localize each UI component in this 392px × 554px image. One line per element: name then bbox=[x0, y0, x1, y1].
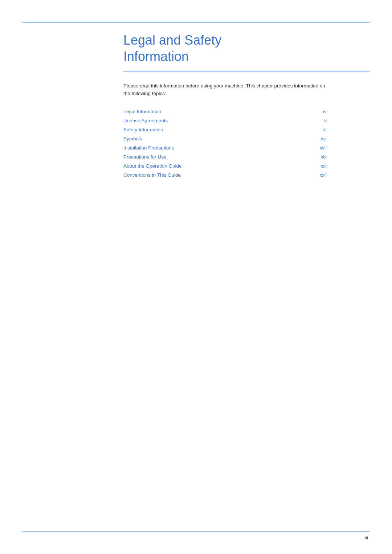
toc-item-page: xvi bbox=[286, 134, 327, 143]
toc-table: Legal InformationivLicense AgreementsvSa… bbox=[123, 107, 327, 180]
toc-item-label: Conventions in This Guide bbox=[123, 171, 286, 180]
toc-item-label: About the Operation Guide bbox=[123, 161, 286, 171]
toc-row[interactable]: Safety Informationxi bbox=[123, 125, 327, 134]
top-rule bbox=[23, 22, 369, 23]
toc-item-label: Precautions for Use bbox=[123, 152, 286, 161]
toc-item-page: xxi bbox=[286, 161, 327, 171]
toc-item-page: iv bbox=[286, 107, 327, 116]
toc-item-page: xxii bbox=[286, 171, 327, 180]
chapter-title: Legal and Safety Information bbox=[123, 32, 369, 71]
toc-item-label: Safety Information bbox=[123, 125, 286, 134]
bottom-rule bbox=[23, 531, 369, 532]
page: iii Legal and Safety Information Please … bbox=[0, 0, 392, 554]
toc-item-label: Installation Precautions bbox=[123, 143, 286, 152]
toc-row[interactable]: Precautions for Usexix bbox=[123, 152, 327, 161]
intro-paragraph: Please read this information before usin… bbox=[123, 82, 327, 98]
content-area: Legal and Safety Information Please read… bbox=[123, 32, 369, 180]
toc-item-page: v bbox=[286, 116, 327, 125]
toc-item-label: Symbols bbox=[123, 134, 286, 143]
toc-row[interactable]: Installation Precautionsxvii bbox=[123, 143, 327, 152]
toc-row[interactable]: Symbolsxvi bbox=[123, 134, 327, 143]
toc-item-label: License Agreements bbox=[123, 116, 286, 125]
toc-row[interactable]: About the Operation Guidexxi bbox=[123, 161, 327, 171]
toc-item-page: xix bbox=[286, 152, 327, 161]
toc-item-page: xi bbox=[286, 125, 327, 134]
page-number: iii bbox=[365, 535, 368, 540]
toc-item-label: Legal Information bbox=[123, 107, 286, 116]
toc-row[interactable]: Conventions in This Guidexxii bbox=[123, 171, 327, 180]
toc-row[interactable]: Legal Informationiv bbox=[123, 107, 327, 116]
toc-item-page: xvii bbox=[286, 143, 327, 152]
toc-row[interactable]: License Agreementsv bbox=[123, 116, 327, 125]
